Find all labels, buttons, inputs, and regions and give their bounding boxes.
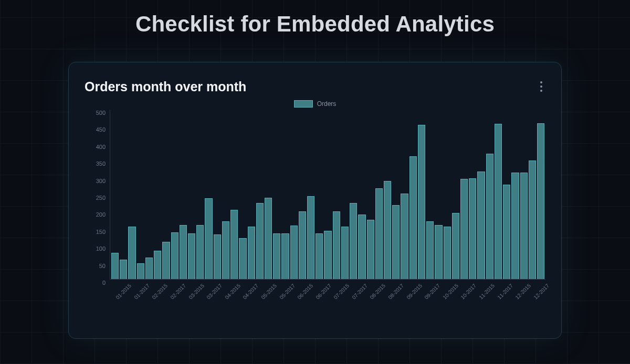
x-tick: 04-2015 [224,283,242,301]
bar [316,233,323,279]
bar [511,173,519,279]
bar [384,181,391,279]
x-axis: 01-201501-201702-201502-201703-201503-20… [110,280,545,311]
bar [375,188,383,279]
x-tick: 02-2017 [169,283,187,301]
y-tick: 350 [85,160,106,167]
bar [460,179,468,279]
bar [435,225,442,279]
x-tick: 09-2017 [424,283,442,301]
x-tick: 06-2017 [314,283,332,301]
y-tick: 450 [85,126,106,133]
bar [222,221,229,279]
stage: Checklist for Embedded Analytics Orders … [0,0,630,364]
bar [154,251,161,279]
y-tick: 400 [85,144,106,150]
bar [444,227,451,279]
legend: Orders [85,100,545,108]
x-tick: 09-2015 [405,283,423,301]
x-tick: 07-2015 [333,283,351,301]
bar [299,211,306,279]
bar [128,227,135,279]
bar [392,205,400,279]
y-tick: 500 [85,110,106,116]
y-tick: 100 [85,245,106,252]
bar [495,124,502,279]
chart-card: Orders month over month Orders 050100150… [68,62,562,339]
bar [281,233,289,279]
bar [486,154,494,279]
bar [333,211,340,279]
bar [503,185,510,279]
bar [230,210,238,279]
bar [537,123,544,279]
y-tick: 50 [85,263,106,269]
bar [358,215,365,279]
bar [171,232,178,279]
y-tick: 250 [85,195,106,201]
x-tick: 03-2017 [206,283,224,301]
x-tick: 08-2017 [387,283,405,301]
x-tick: 11-2015 [478,283,496,301]
x-tick: 10-2017 [460,283,478,301]
x-tick: 05-2017 [278,283,296,301]
x-tick: 01-2015 [115,283,133,301]
bar [477,172,485,279]
bar [239,238,246,279]
bar [367,220,374,279]
bar [290,226,298,279]
y-tick: 300 [85,178,106,184]
bar [341,227,349,279]
bar [111,253,119,279]
x-tick: 07-2017 [351,283,369,301]
bar [418,125,425,279]
bar [188,233,195,279]
bar [196,225,204,279]
bar [137,263,144,279]
x-tick: 10-2015 [442,283,459,301]
page-title: Checklist for Embedded Analytics [0,12,630,37]
x-tick: 12-2017 [532,283,550,301]
x-tick: 05-2015 [260,283,278,301]
plot [110,110,545,280]
bar [324,231,331,279]
chart-title: Orders month over month [85,79,246,94]
bar [469,178,476,280]
y-tick: 200 [85,211,106,218]
x-tick: 08-2015 [369,283,387,301]
bar [452,213,459,279]
x-tick: 06-2015 [297,283,314,301]
bar [265,198,272,279]
bar [273,233,280,279]
bar [248,227,255,279]
bar [410,156,417,279]
legend-swatch-icon [294,100,313,108]
y-tick: 150 [85,229,106,235]
bar [145,258,153,279]
x-tick: 04-2017 [242,283,260,301]
bar [307,196,314,279]
x-tick: 11-2017 [496,283,514,301]
bar [426,221,434,279]
bar [350,203,357,279]
bar [520,173,528,279]
more-vertical-icon[interactable] [537,78,545,95]
bar [401,194,408,279]
y-tick: 0 [85,280,106,286]
bar [529,160,536,279]
bar [214,234,221,279]
y-axis: 050100150200250300350400450500 [85,110,106,280]
plot-area: 050100150200250300350400450500 01-201501… [85,110,545,311]
bar [205,198,212,279]
bar [256,203,264,279]
x-tick: 02-2015 [151,283,169,301]
x-tick: 03-2015 [187,283,205,301]
bar [162,242,170,279]
legend-label: Orders [317,100,337,108]
x-tick: 12-2015 [514,283,532,301]
card-header: Orders month over month [85,78,545,95]
bar [120,260,127,279]
x-tick: 01-2017 [133,283,151,301]
bar [180,225,187,279]
bars-container [110,110,545,279]
